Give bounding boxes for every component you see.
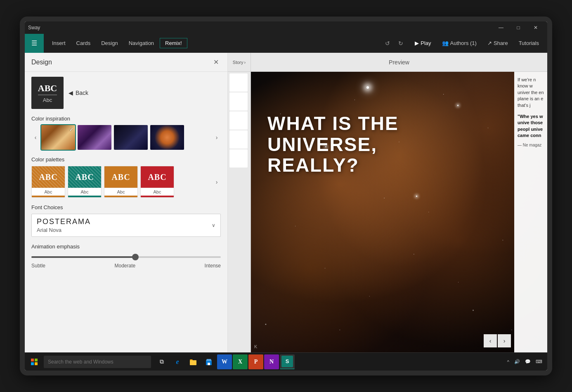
taskbar-search-input[interactable] bbox=[44, 356, 151, 368]
palette-3-abc: ABC bbox=[111, 172, 130, 182]
color-palettes-section: Color palettes ABC Abc bbox=[31, 156, 221, 198]
preview-title-line2: UNIVERSE, REALLY? bbox=[267, 134, 377, 176]
palettes-row: ABC Abc ABC Abc bbox=[31, 166, 221, 198]
palettes-next-button[interactable]: › bbox=[213, 170, 221, 194]
animation-label: Animation emphasis bbox=[31, 243, 221, 250]
inspiration-row: ‹ ✓ › bbox=[31, 125, 221, 150]
story-item-5[interactable] bbox=[229, 149, 248, 168]
minimize-button[interactable]: — bbox=[493, 23, 509, 33]
palette-2-label: Abc bbox=[68, 188, 101, 196]
menu-item-remix[interactable]: Remix! bbox=[160, 38, 187, 48]
hamburger-button[interactable]: ☰ bbox=[25, 34, 44, 53]
preview-title-line1: WHAT IS THE bbox=[267, 113, 399, 134]
play-button[interactable]: ▶ Play bbox=[410, 37, 436, 50]
menu-items: Insert Cards Design Navigation Remix! bbox=[44, 34, 378, 52]
slider-thumb[interactable] bbox=[132, 254, 139, 260]
maximize-button[interactable]: □ bbox=[510, 23, 527, 33]
side-text-intro: If we're n know w univer the en plane is… bbox=[518, 77, 544, 109]
story-header[interactable]: Story › bbox=[228, 53, 251, 72]
palette-item-4[interactable]: ABC Abc bbox=[140, 166, 174, 198]
color-inspiration-label: Color inspiration bbox=[31, 116, 221, 122]
panel-header: Design ✕ bbox=[25, 53, 227, 72]
theme-abc-text: ABC bbox=[38, 83, 57, 95]
undo-button[interactable]: ↺ bbox=[382, 38, 393, 49]
palette-item-1[interactable]: ABC Abc bbox=[31, 166, 65, 198]
authors-button[interactable]: 👥 Authors (1) bbox=[437, 37, 482, 50]
bright-star-3 bbox=[416, 196, 417, 197]
palette-4-label: Abc bbox=[141, 188, 174, 196]
side-text-citation: — Ne magaz bbox=[518, 142, 544, 148]
font-choices-label: Font Choices bbox=[31, 204, 221, 210]
selected-checkmark: ✓ bbox=[69, 127, 73, 132]
share-button[interactable]: ↗ Share bbox=[482, 37, 513, 50]
story-item-2[interactable] bbox=[229, 92, 248, 111]
device-screen: Sway — □ ✕ ☰ Insert Cards Design Navigat… bbox=[25, 21, 547, 371]
taskbar-store[interactable] bbox=[201, 354, 216, 369]
title-bar-left: Sway bbox=[28, 25, 40, 31]
taskbar-volume-icon[interactable]: 🔊 bbox=[513, 359, 522, 364]
main-content: Design ✕ ABC Abc ◀ Back bbox=[25, 53, 547, 352]
story-item-3[interactable] bbox=[229, 111, 248, 130]
taskbar-task-view[interactable]: ⧉ bbox=[154, 354, 169, 369]
font-primary: POSTERAMA bbox=[37, 217, 215, 226]
menu-bar: ☰ Insert Cards Design Navigation Remix! … bbox=[25, 34, 547, 53]
menu-item-insert[interactable]: Insert bbox=[47, 34, 71, 52]
start-button[interactable] bbox=[25, 353, 44, 371]
taskbar-onenote[interactable]: N bbox=[264, 354, 279, 369]
palette-item-3[interactable]: ABC Abc bbox=[104, 166, 138, 198]
palette-2-accent bbox=[68, 196, 101, 197]
menu-item-navigation[interactable]: Navigation bbox=[124, 34, 159, 52]
panel-title: Design bbox=[31, 59, 52, 66]
taskbar-keyboard-icon[interactable]: ⌨ bbox=[534, 359, 544, 364]
redo-button[interactable]: ↻ bbox=[395, 38, 407, 49]
taskbar-word[interactable]: W bbox=[217, 354, 232, 369]
inspiration-prev-button[interactable]: ‹ bbox=[31, 125, 40, 150]
authors-icon: 👥 bbox=[442, 40, 449, 46]
slider-label-moderate: Moderate bbox=[114, 263, 135, 269]
bright-star-1 bbox=[366, 86, 369, 89]
back-button[interactable]: ◀ Back bbox=[69, 90, 88, 96]
taskbar-chat-icon[interactable]: 💬 bbox=[523, 359, 532, 364]
back-arrow-icon: ◀ bbox=[69, 90, 73, 96]
panel-close-button[interactable]: ✕ bbox=[211, 57, 221, 67]
slider-fill bbox=[31, 256, 135, 258]
palette-2-abc: ABC bbox=[75, 172, 94, 182]
title-bar: Sway — □ ✕ bbox=[25, 21, 547, 34]
preview-label: Preview bbox=[389, 59, 409, 66]
taskbar-show-hidden[interactable]: ^ bbox=[506, 359, 511, 364]
palette-item-2[interactable]: ABC Abc bbox=[68, 166, 102, 198]
play-icon: ▶ bbox=[415, 40, 419, 46]
taskbar-file-explorer[interactable] bbox=[186, 354, 201, 369]
inspiration-image-2[interactable] bbox=[78, 125, 111, 150]
taskbar-edge[interactable]: e bbox=[170, 354, 185, 369]
taskbar-sway[interactable]: S bbox=[280, 354, 295, 369]
device-frame: Sway — □ ✕ ☰ Insert Cards Design Navigat… bbox=[20, 17, 552, 375]
palette-1-label: Abc bbox=[32, 188, 65, 196]
taskbar-excel[interactable]: X bbox=[233, 354, 248, 369]
preview-area: Preview WHAT IS THE UNIVERSE, REALLY? bbox=[251, 53, 547, 352]
story-label: Story bbox=[233, 60, 243, 65]
panel-body: ABC Abc ◀ Back Color inspiration ‹ bbox=[25, 72, 227, 274]
inspiration-image-1[interactable]: ✓ bbox=[41, 125, 75, 150]
preview-header: Preview bbox=[251, 53, 547, 72]
menu-item-design[interactable]: Design bbox=[96, 34, 123, 52]
taskbar-powerpoint[interactable]: P bbox=[248, 354, 263, 369]
story-item-1[interactable] bbox=[229, 73, 248, 92]
inspiration-images: ✓ bbox=[41, 125, 211, 150]
tutorials-button[interactable]: Tutorials bbox=[514, 37, 544, 50]
close-button[interactable]: ✕ bbox=[527, 23, 544, 33]
slider-track[interactable] bbox=[31, 256, 221, 258]
story-item-4[interactable] bbox=[229, 130, 248, 149]
font-dropdown[interactable]: POSTERAMA Arial Nova ∨ bbox=[31, 214, 221, 237]
title-bar-controls: — □ ✕ bbox=[493, 23, 544, 33]
side-text-quote: "Whe yes w unive those peopl unive came … bbox=[518, 113, 544, 139]
menu-item-cards[interactable]: Cards bbox=[71, 34, 96, 52]
inspiration-image-4[interactable] bbox=[150, 125, 184, 150]
inspiration-next-button[interactable]: › bbox=[213, 125, 221, 150]
slider-container: Subtle Moderate Intense bbox=[31, 253, 221, 269]
menu-right: ▶ Play 👥 Authors (1) ↗ Share Tutorials bbox=[410, 37, 547, 50]
palette-3-label: Abc bbox=[104, 188, 137, 196]
font-choices-section: Font Choices POSTERAMA Arial Nova ∨ bbox=[31, 204, 221, 237]
color-palettes-label: Color palettes bbox=[31, 156, 221, 163]
inspiration-image-3[interactable] bbox=[114, 125, 148, 150]
